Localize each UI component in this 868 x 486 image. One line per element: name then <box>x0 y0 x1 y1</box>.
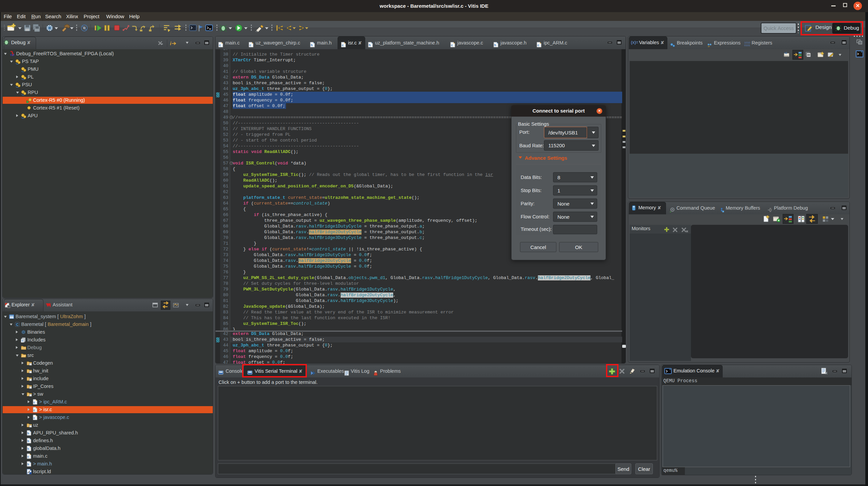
svg-text:TCF: TCF <box>10 54 15 56</box>
svg-text:c: c <box>27 455 29 458</box>
svg-text:C: C <box>16 323 19 327</box>
svg-text:c: c <box>33 416 35 420</box>
svg-text:h: h <box>27 432 29 435</box>
svg-text:c: c <box>342 43 344 47</box>
svg-text:c: c <box>33 408 35 412</box>
svg-text:c: c <box>538 43 539 47</box>
svg-text:h: h <box>494 43 496 47</box>
svg-text:h: h <box>311 43 313 47</box>
svg-text:c: c <box>33 401 35 404</box>
svg-text:h: h <box>27 447 29 451</box>
svg-text:x²: x² <box>708 45 710 47</box>
svg-text:h: h <box>369 43 371 47</box>
svg-text:c: c <box>451 43 453 47</box>
svg-text:c: c <box>219 43 221 47</box>
svg-text:i: i <box>170 41 172 46</box>
svg-text:h: h <box>27 463 29 466</box>
svg-text:h: h <box>27 439 29 443</box>
svg-text:c: c <box>250 43 251 47</box>
